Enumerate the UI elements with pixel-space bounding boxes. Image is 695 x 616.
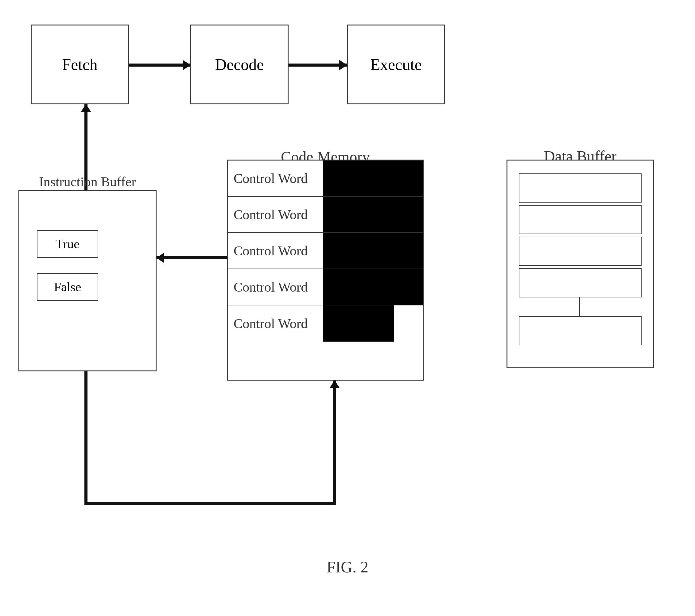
arrow-cm-v2 [333, 381, 336, 503]
decode-label: Decode [215, 55, 264, 74]
arrow-decode-execute [289, 64, 347, 67]
false-label: False [54, 279, 81, 294]
cw-black-1 [323, 160, 423, 196]
cw-row-1: Control Word [228, 160, 423, 197]
arrow-fetch-decode [129, 64, 190, 67]
db-row-5 [519, 316, 642, 345]
cw-black-2 [323, 197, 423, 232]
execute-label: Execute [370, 55, 422, 74]
db-row-2 [519, 205, 642, 234]
db-row-4 [519, 268, 642, 297]
cw-label-3: Control Word [228, 243, 323, 259]
diagram: Fetch Decode Execute Instruction Buffer … [0, 0, 695, 616]
cw-label-5: Control Word [228, 316, 323, 331]
cw-label-2: Control Word [228, 207, 323, 223]
cw-label-4: Control Word [228, 279, 323, 295]
fetch-box: Fetch [31, 24, 129, 104]
arrow-ib-h [84, 502, 336, 505]
db-row-3 [519, 237, 642, 266]
cw-black-5 [323, 305, 394, 342]
cw-label-1: Control Word [228, 171, 323, 186]
cw-row-4: Control Word [228, 269, 423, 305]
arrow-ib-v [84, 371, 87, 503]
instruction-buffer-label: Instruction Buffer [19, 174, 156, 190]
db-connector [579, 297, 580, 316]
cw-row-5: Control Word [228, 305, 423, 342]
db-row-1 [519, 173, 642, 203]
true-box: True [37, 230, 98, 258]
cw-black-3 [323, 233, 423, 269]
false-box: False [37, 273, 98, 301]
cw-black-4 [323, 269, 423, 305]
true-label: True [55, 237, 80, 251]
decode-box: Decode [190, 24, 289, 104]
cw-row-3: Control Word [228, 233, 423, 269]
fetch-label: Fetch [62, 55, 98, 74]
fig-label: FIG. 2 [327, 558, 368, 576]
execute-box: Execute [347, 24, 445, 104]
arrow-cm-to-ib [156, 256, 228, 259]
cw-row-2: Control Word [228, 197, 423, 233]
code-memory-box: Control Word Control Word Control Word C… [227, 159, 424, 381]
